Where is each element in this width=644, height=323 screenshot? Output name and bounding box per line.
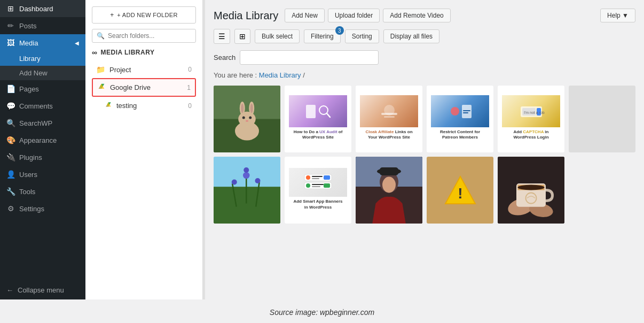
pages-icon: 📄 xyxy=(6,84,15,93)
sidebar-item-label: Posts xyxy=(19,22,37,30)
svg-rect-36 xyxy=(312,176,323,177)
sidebar-item-tools[interactable]: 🔧 Tools xyxy=(0,183,85,200)
sidebar-item-label: Comments xyxy=(19,102,53,110)
svg-point-6 xyxy=(241,104,244,113)
sidebar-item-dashboard[interactable]: ⊞ Dashboard xyxy=(0,0,85,17)
sidebar-item-label: Tools xyxy=(19,188,35,196)
svg-rect-37 xyxy=(312,178,319,179)
tools-icon: 🔧 xyxy=(6,187,15,196)
posts-icon: ✏ xyxy=(6,21,15,30)
display-all-files-button[interactable]: Display all files xyxy=(383,29,439,43)
media-icon: 🖼 xyxy=(6,39,15,47)
add-remote-video-button[interactable]: Add Remote Video xyxy=(383,9,451,22)
svg-point-10 xyxy=(246,120,248,122)
media-item-woman[interactable] xyxy=(356,157,422,224)
sidebar-item-label: Plugins xyxy=(19,153,42,162)
add-new-button[interactable]: Add New xyxy=(285,9,325,22)
search-folders-container: 🔍 xyxy=(92,29,196,43)
svg-point-33 xyxy=(255,178,261,183)
media-item-flower[interactable] xyxy=(214,157,280,224)
svg-point-7 xyxy=(250,104,253,113)
svg-point-32 xyxy=(232,180,237,185)
main-header-left: Media Library Add New Upload folder Add … xyxy=(214,9,451,22)
search-icon: 🔍 xyxy=(97,32,105,40)
page-title: Media Library xyxy=(214,10,278,22)
breadcrumb: You are here : Media Library / xyxy=(214,71,635,79)
media-item-smart-app-banners[interactable]: Add Smart App Banners in WordPress xyxy=(285,157,351,224)
svg-rect-43 xyxy=(324,183,330,188)
media-item-ux-audit[interactable]: How to Do a UX Audit of WordPress Site xyxy=(285,86,351,152)
sidebar-item-label: Appearance xyxy=(19,136,57,144)
sidebar-item-posts[interactable]: ✏ Posts xyxy=(0,17,85,34)
media-library-section-label: ∞ MEDIA LIBRARY xyxy=(92,48,196,57)
sidebar-item-label: Settings xyxy=(19,205,44,213)
svg-rect-16 xyxy=(384,116,395,118)
sorting-button[interactable]: Sorting xyxy=(345,29,379,43)
grid-view-button[interactable]: ⊞ xyxy=(234,29,250,44)
folder-item-testing[interactable]: testing 0 xyxy=(92,98,196,113)
sidebar-item-searchwp[interactable]: 🔍 SearchWP xyxy=(0,114,85,132)
svg-rect-11 xyxy=(306,105,316,118)
media-item-warning[interactable]: ! xyxy=(427,157,493,224)
search-label: Search xyxy=(214,53,235,61)
search-folders-input[interactable] xyxy=(108,32,191,40)
folder-item-google-drive[interactable]: Google Drive 1 xyxy=(92,78,196,97)
folder-item-project-left: 📁 Project xyxy=(96,65,131,74)
media-item-extra[interactable] xyxy=(569,86,635,152)
svg-rect-41 xyxy=(312,184,324,185)
collapse-menu-button[interactable]: ← Collapse menu xyxy=(0,281,85,299)
svg-point-31 xyxy=(244,167,249,173)
submenu-add-new[interactable]: Add New xyxy=(0,66,85,80)
search-row: Search xyxy=(214,50,635,65)
svg-point-35 xyxy=(306,175,310,180)
searchwp-icon: 🔍 xyxy=(6,119,15,127)
main-content: Media Library Add New Upload folder Add … xyxy=(205,0,644,299)
folder-item-project[interactable]: 📁 Project 0 xyxy=(92,62,196,77)
comments-icon: 💬 xyxy=(6,102,15,110)
sidebar-item-label: Users xyxy=(19,171,37,179)
users-icon: 👤 xyxy=(6,170,15,179)
media-item-rabbit[interactable] xyxy=(214,86,280,152)
svg-point-58 xyxy=(518,185,545,190)
header-buttons: Add New Upload folder Add Remote Video xyxy=(285,9,451,22)
media-item-cloak-affiliate[interactable]: Cloak Affiliate Links on Your WordPress … xyxy=(356,86,422,152)
svg-point-30 xyxy=(243,172,250,179)
svg-point-8 xyxy=(242,117,245,119)
upload-folder-button[interactable]: Upload folder xyxy=(328,9,380,22)
sidebar-item-plugins[interactable]: 🔌 Plugins xyxy=(0,149,85,166)
svg-rect-19 xyxy=(463,110,470,111)
media-item-restrict-content[interactable]: Restrict Content for Patreon Members xyxy=(427,86,493,152)
infinite-icon: ∞ xyxy=(92,48,97,57)
dashboard-icon: ⊞ xyxy=(6,4,15,13)
sidebar-item-pages[interactable]: 📄 Pages xyxy=(0,80,85,97)
sidebar-item-appearance[interactable]: 🎨 Appearance xyxy=(0,132,85,149)
svg-rect-20 xyxy=(463,112,468,113)
media-submenu: Library Add New xyxy=(0,51,85,80)
sidebar-item-users[interactable]: 👤 Users xyxy=(0,166,85,183)
sidebar-item-settings[interactable]: ⚙ Settings xyxy=(0,200,85,217)
svg-rect-38 xyxy=(324,175,330,180)
sidebar: ⊞ Dashboard ✏ Posts 🖼 Media ◀ Library Ad… xyxy=(0,0,85,299)
plugins-icon: 🔌 xyxy=(6,153,15,162)
add-folder-button[interactable]: + + ADD NEW FOLDER xyxy=(92,6,196,24)
media-item-add-captcha[interactable]: I'm not a robot Add CAPTCHA in WordPress… xyxy=(498,86,564,152)
source-label: Source image: wpbeginner.com xyxy=(0,299,644,323)
search-input[interactable] xyxy=(240,50,379,65)
collapse-icon: ← xyxy=(6,286,13,294)
sidebar-item-media[interactable]: 🖼 Media ◀ xyxy=(0,34,85,51)
bulk-select-button[interactable]: Bulk select xyxy=(255,29,300,43)
svg-line-13 xyxy=(327,113,330,117)
svg-rect-42 xyxy=(312,186,320,187)
sidebar-item-comments[interactable]: 💬 Comments xyxy=(0,97,85,114)
media-item-coffee[interactable] xyxy=(498,157,564,224)
submenu-library[interactable]: Library xyxy=(0,51,85,66)
list-view-button[interactable]: ☰ xyxy=(214,29,230,44)
folder-item-drive-left: Google Drive xyxy=(97,82,151,93)
breadcrumb-link[interactable]: Media Library xyxy=(259,71,301,79)
folder-panel: + + ADD NEW FOLDER 🔍 ∞ MEDIA LIBRARY 📁 P… xyxy=(85,0,203,299)
svg-text:I'm not a robot: I'm not a robot xyxy=(524,111,545,114)
media-arrow: ◀ xyxy=(75,40,79,46)
folder-list: 📁 Project 0 xyxy=(92,62,196,113)
filtering-wrapper: Filtering 3 xyxy=(304,29,341,43)
help-button[interactable]: Help ▼ xyxy=(600,9,635,22)
